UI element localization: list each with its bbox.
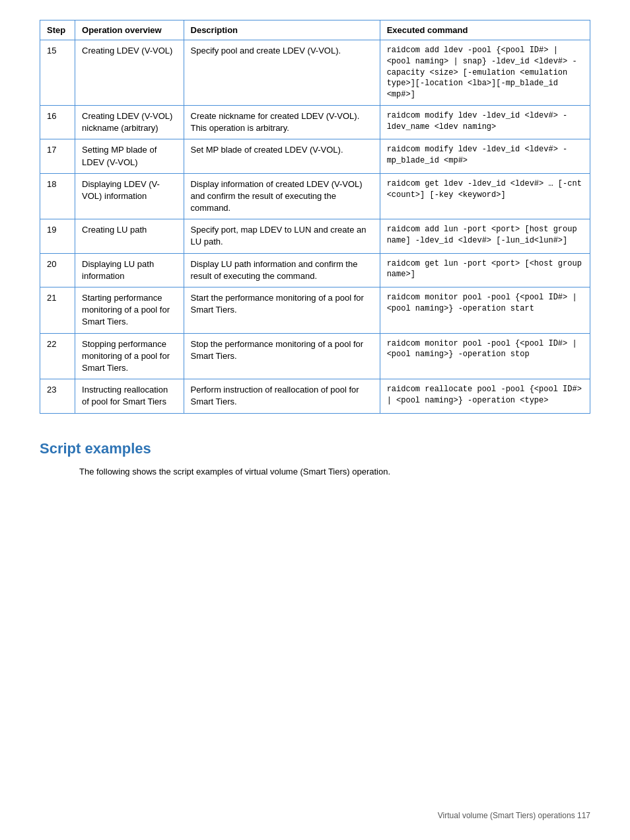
operations-table: Step Operation overview Description Exec… [40,20,590,414]
cell-command: raidcom get ldev -ldev_id <ldev#> … [-cn… [380,173,590,219]
cell-operation: Stopping performance monitoring of a poo… [75,333,184,379]
cell-step: 22 [40,333,75,379]
table-row: 16Creating LDEV (V-VOL) nickname (arbitr… [40,105,590,139]
header-operation: Operation overview [75,20,184,40]
cell-operation: Creating LDEV (V-VOL) nickname (arbitrar… [75,105,184,139]
header-description: Description [184,20,380,40]
cell-step: 16 [40,105,75,139]
cell-command: raidcom add lun -port <port> [host group… [380,219,590,253]
cell-description: Specify port, map LDEV to LUN and create… [184,219,380,253]
cell-step: 19 [40,219,75,253]
header-step: Step [40,20,75,40]
cell-description: Set MP blade of created LDEV (V-VOL). [184,139,380,173]
cell-description: Create nickname for created LDEV (V-VOL)… [184,105,380,139]
cell-operation: Displaying LDEV (V-VOL) information [75,173,184,219]
cell-command: raidcom get lun -port <port> [<host grou… [380,253,590,287]
section-heading: Script examples [40,440,590,457]
cell-step: 20 [40,253,75,287]
table-row: 23Instructing reallocation of pool for S… [40,379,590,413]
cell-operation: Instructing reallocation of pool for Sma… [75,379,184,413]
cell-command: raidcom reallocate pool -pool {<pool ID#… [380,379,590,413]
cell-step: 15 [40,40,75,106]
cell-description: Stop the performance monitoring of a poo… [184,333,380,379]
header-executed: Executed command [380,20,590,40]
cell-description: Start the performance monitoring of a po… [184,287,380,334]
table-row: 17Setting MP blade of LDEV (V-VOL)Set MP… [40,139,590,173]
cell-command: raidcom monitor pool -pool {<pool ID#> |… [380,287,590,334]
table-row: 18Displaying LDEV (V-VOL) informationDis… [40,173,590,219]
cell-description: Perform instruction of reallocation of p… [184,379,380,413]
table-row: 15Creating LDEV (V-VOL)Specify pool and … [40,40,590,106]
table-row: 22Stopping performance monitoring of a p… [40,333,590,379]
cell-operation: Starting performance monitoring of a poo… [75,287,184,334]
cell-command: raidcom add ldev -pool {<pool ID#> | <po… [380,40,590,106]
cell-operation: Displaying LU path information [75,253,184,287]
cell-command: raidcom modify ldev -ldev_id <ldev#> -mp… [380,139,590,173]
table-row: 21Starting performance monitoring of a p… [40,287,590,334]
cell-operation: Setting MP blade of LDEV (V-VOL) [75,139,184,173]
cell-description: Display information of created LDEV (V-V… [184,173,380,219]
cell-command: raidcom modify ldev -ldev_id <ldev#> -ld… [380,105,590,139]
cell-operation: Creating LDEV (V-VOL) [75,40,184,106]
cell-command: raidcom monitor pool -pool {<pool ID#> |… [380,333,590,379]
cell-description: Display LU path information and confirm … [184,253,380,287]
table-row: 20Displaying LU path informationDisplay … [40,253,590,287]
cell-step: 17 [40,139,75,173]
cell-step: 18 [40,173,75,219]
page-footer: Virtual volume (Smart Tiers) operations … [438,811,590,820]
cell-description: Specify pool and create LDEV (V-VOL). [184,40,380,106]
cell-operation: Creating LU path [75,219,184,253]
script-examples-section: Script examples The following shows the … [40,440,590,478]
cell-step: 23 [40,379,75,413]
table-row: 19Creating LU pathSpecify port, map LDEV… [40,219,590,253]
cell-step: 21 [40,287,75,334]
section-paragraph: The following shows the script examples … [79,465,590,478]
